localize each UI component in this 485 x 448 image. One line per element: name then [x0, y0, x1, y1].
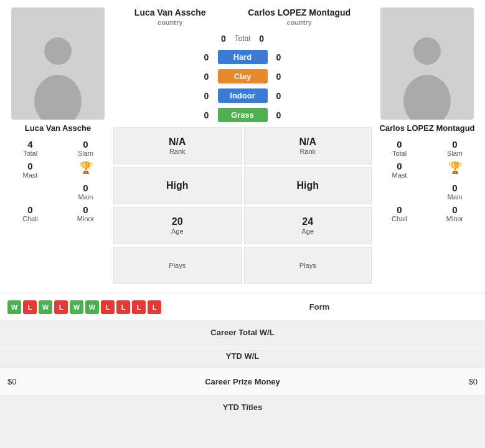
player-comparison: Luca Van Assche 4 Total 0 Slam 0 Mast 🏆	[0, 0, 485, 293]
total-label: Total	[235, 34, 250, 43]
form-badge-l: L	[23, 300, 37, 314]
court-btn-clay[interactable]: Clay	[218, 69, 268, 83]
left-player-stats: 4 Total 0 Slam 0 Mast 🏆 0 Main	[5, 138, 111, 224]
left-main-value: 0	[83, 183, 88, 193]
right-player-stats: 0 Total 0 Slam 0 Mast 🏆 0 Main	[374, 138, 480, 224]
form-badge-l: L	[116, 300, 130, 314]
left-player-avatar	[11, 7, 105, 120]
svg-point-2	[413, 37, 441, 65]
left-mast-label: Mast	[23, 171, 38, 179]
form-badge-l: L	[132, 300, 146, 314]
court-row-grass: 0 Grass 0	[200, 105, 285, 125]
left-main-stat: 0 Main	[60, 181, 111, 202]
court-left-hard: 0	[200, 52, 213, 62]
court-btn-indoor[interactable]: Indoor	[218, 88, 268, 103]
names-row: Luca Van Assche country Carlos LOPEZ Mon…	[113, 7, 372, 30]
court-right-indoor: 0	[273, 91, 285, 101]
prize-left: $0	[7, 377, 82, 386]
ytd-wl-label: YTD W/L	[226, 351, 259, 361]
left-high-box: High	[113, 167, 242, 204]
left-trophy-icon-cell: 🏆	[60, 160, 111, 180]
court-btn-grass[interactable]: Grass	[218, 108, 268, 122]
right-name-header: Carlos LOPEZ Montagud country	[248, 7, 351, 26]
right-minor-label: Minor	[446, 215, 464, 222]
court-right-grass: 0	[273, 110, 285, 120]
left-stat-boxes: N/A Rank High 20 Age Plays	[113, 127, 242, 285]
right-chall-value: 0	[397, 204, 402, 215]
court-btn-hard[interactable]: Hard	[218, 50, 268, 64]
left-minor-value: 0	[83, 204, 88, 215]
right-player-avatar	[380, 7, 474, 120]
right-player-card: Carlos LOPEZ Montagud 0 Total 0 Slam 0 M…	[374, 7, 480, 285]
left-trophy-icon: 🏆	[79, 161, 93, 174]
total-row: 0 Total 0	[113, 30, 372, 47]
right-trophy-icon-cell: 🏆	[430, 160, 480, 180]
right-mast-value: 0	[397, 161, 402, 171]
left-plays-box: Plays	[113, 247, 242, 284]
prize-center-label: Career Prize Money	[82, 377, 403, 386]
middle-panel: Luca Van Assche country Carlos LOPEZ Mon…	[111, 7, 374, 285]
left-minor-label: Minor	[77, 215, 95, 222]
right-minor-stat: 0 Minor	[430, 203, 480, 224]
left-total-value: 4	[27, 139, 32, 150]
right-plays-box: Plays	[244, 247, 372, 284]
left-player-card: Luca Van Assche 4 Total 0 Slam 0 Mast 🏆	[5, 7, 111, 285]
right-total-value: 0	[397, 139, 402, 150]
career-total-label: Career Total W/L	[210, 328, 274, 337]
bottom-section: WLWLWWLLLL Form Career Total W/L YTD W/L…	[0, 293, 485, 419]
court-row-indoor: 0 Indoor 0	[200, 86, 285, 105]
right-minor-value: 0	[452, 204, 457, 215]
right-slam-value: 0	[452, 139, 457, 150]
right-mast-label: Mast	[392, 171, 407, 179]
form-badge-w: W	[39, 300, 52, 314]
form-row: WLWLWWLLLL Form	[0, 293, 485, 321]
svg-point-0	[44, 37, 72, 65]
form-badge-l: L	[148, 300, 161, 314]
right-chall-label: Chall	[392, 215, 407, 222]
right-total-stat: 0 Total	[374, 138, 425, 158]
court-row-hard: 0 Hard 0	[200, 47, 285, 67]
left-minor-stat: 0 Minor	[60, 203, 111, 224]
court-right-hard: 0	[273, 52, 285, 62]
left-age-box: 20 Age	[113, 207, 242, 244]
svg-point-1	[34, 75, 82, 120]
form-badge-w: W	[70, 300, 83, 314]
career-total-header: Career Total W/L	[0, 321, 485, 345]
form-badge-w: W	[85, 300, 99, 314]
court-left-indoor: 0	[200, 91, 213, 101]
court-rows: 0 Hard 0 0 Clay 0 0 Indoor 0 0 Grass 0	[200, 47, 285, 125]
right-player-name: Carlos LOPEZ Montagud	[379, 123, 474, 133]
ytd-titles-header: YTD Titles	[0, 396, 485, 419]
right-chall-stat: 0 Chall	[374, 203, 425, 224]
right-age-box: 24 Age	[244, 207, 372, 244]
ytd-titles-label: YTD Titles	[223, 403, 262, 412]
right-slam-stat: 0 Slam	[430, 138, 480, 158]
left-mast-value: 0	[27, 161, 32, 171]
left-mast-stat: 0 Mast	[5, 160, 55, 180]
right-slam-label: Slam	[447, 150, 463, 157]
form-label: Form	[309, 302, 330, 312]
form-badge-l: L	[101, 300, 115, 314]
right-mast-stat: 0 Mast	[374, 160, 425, 180]
right-stat-boxes: N/A Rank High 24 Age Plays	[244, 127, 372, 285]
right-total-label: Total	[392, 150, 407, 157]
left-country: country	[134, 19, 206, 26]
main-container: Luca Van Assche 4 Total 0 Slam 0 Mast 🏆	[0, 0, 485, 419]
form-badge-l: L	[54, 300, 68, 314]
court-right-clay: 0	[273, 72, 285, 82]
form-badge-w: W	[7, 300, 21, 314]
right-total-court: 0	[255, 34, 268, 44]
right-main-stat: 0 Main	[430, 181, 480, 202]
right-trophy-icon: 🏆	[448, 161, 462, 174]
left-slam-stat: 0 Slam	[60, 138, 111, 158]
left-total-stat: 4 Total	[5, 138, 55, 158]
left-chall-label: Chall	[22, 215, 38, 222]
court-left-clay: 0	[200, 72, 213, 82]
left-name-header: Luca Van Assche country	[134, 7, 206, 26]
left-slam-value: 0	[83, 139, 88, 150]
court-left-grass: 0	[200, 110, 213, 120]
left-total-court: 0	[217, 34, 230, 44]
left-chall-stat: 0 Chall	[5, 203, 55, 224]
left-player-name: Luca Van Assche	[25, 123, 91, 133]
ytd-wl-header: YTD W/L	[0, 345, 485, 368]
